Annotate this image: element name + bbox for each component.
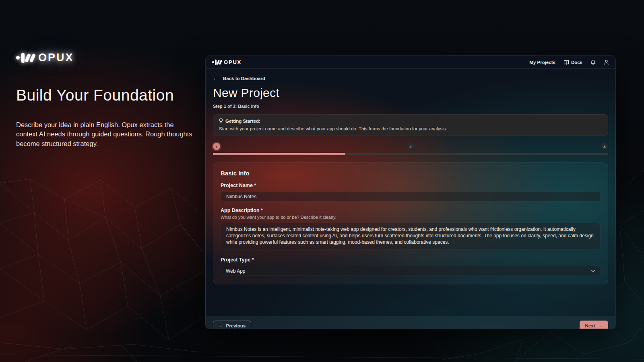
project-name-input[interactable] — [221, 191, 601, 202]
getting-started-callout: Getting Started: Start with your project… — [213, 114, 608, 136]
basic-info-card: Basic Info Project Name * App Descriptio… — [213, 162, 608, 284]
app-header-logo: OPUX — [212, 59, 242, 65]
user-menu-button[interactable] — [604, 60, 609, 65]
next-button[interactable]: Next → — [580, 321, 608, 329]
app-description-textarea[interactable]: Nimbus Notes is an intelligent, minimali… — [221, 223, 601, 249]
wizard-footer: ← Previous Next → — [206, 316, 615, 329]
arrow-right-icon: → — [598, 323, 603, 328]
page-title: New Project — [213, 86, 608, 100]
callout-body: Start with your project name and describ… — [219, 126, 602, 131]
book-icon — [564, 60, 569, 65]
project-name-label: Project Name * — [221, 183, 601, 188]
app-window: OPUX My Projects Docs — [205, 56, 616, 329]
nav-my-projects-link[interactable]: My Projects — [529, 60, 555, 65]
opux-logo-icon — [16, 53, 34, 63]
app-logo-text: OPUX — [224, 59, 242, 65]
back-to-dashboard-link[interactable]: ← Back to Dashboard — [213, 75, 265, 81]
project-type-select[interactable]: Web App — [221, 266, 601, 276]
progress-bar — [213, 153, 608, 155]
nav-label: My Projects — [529, 60, 555, 65]
lightbulb-icon — [219, 118, 223, 123]
brand-description: Describe your idea in plain English. Opu… — [16, 120, 193, 148]
step-progress-indicator: 1 2 3 — [213, 143, 608, 150]
callout-title: Getting Started: — [225, 119, 260, 123]
brand-logo: OPUX — [16, 51, 197, 64]
chevron-down-icon — [591, 269, 595, 272]
arrow-left-icon: ← — [219, 323, 223, 328]
brand-logo-text: OPUX — [38, 51, 74, 64]
app-description-label: App Description * — [221, 208, 601, 213]
project-type-value: Web App — [226, 268, 245, 274]
opux-logo-icon — [212, 60, 221, 65]
next-button-label: Next — [585, 323, 595, 328]
previous-button-label: Previous — [226, 323, 246, 328]
brand-headline: Build Your Foundation — [16, 86, 197, 104]
step-circle-1: 1 — [213, 143, 220, 150]
branding-panel: OPUX Build Your Foundation Describe your… — [16, 51, 197, 148]
progress-bar-fill — [213, 153, 345, 155]
bell-icon — [590, 60, 596, 65]
notifications-button[interactable] — [590, 60, 596, 65]
user-icon — [604, 60, 609, 65]
app-content: ← Back to Dashboard New Project Step 1 o… — [206, 75, 615, 329]
arrow-left-icon: ← — [213, 75, 218, 81]
header-nav: My Projects Docs — [529, 60, 609, 65]
step-circle-3: 3 — [601, 143, 608, 150]
back-link-label: Back to Dashboard — [223, 76, 265, 81]
card-title: Basic Info — [221, 170, 601, 177]
app-header: OPUX My Projects Docs — [206, 56, 615, 69]
callout-title-row: Getting Started: — [219, 118, 602, 123]
step-circle-2: 2 — [407, 143, 414, 150]
step-indicator-text: Step 1 of 3: Basic Info — [213, 104, 608, 109]
nav-docs-link[interactable]: Docs — [564, 60, 582, 65]
previous-button[interactable]: ← Previous — [213, 321, 251, 329]
app-description-helper: What do you want your app to do or be? D… — [221, 215, 601, 220]
nav-label: Docs — [571, 60, 582, 65]
project-type-label: Project Type * — [221, 257, 601, 263]
